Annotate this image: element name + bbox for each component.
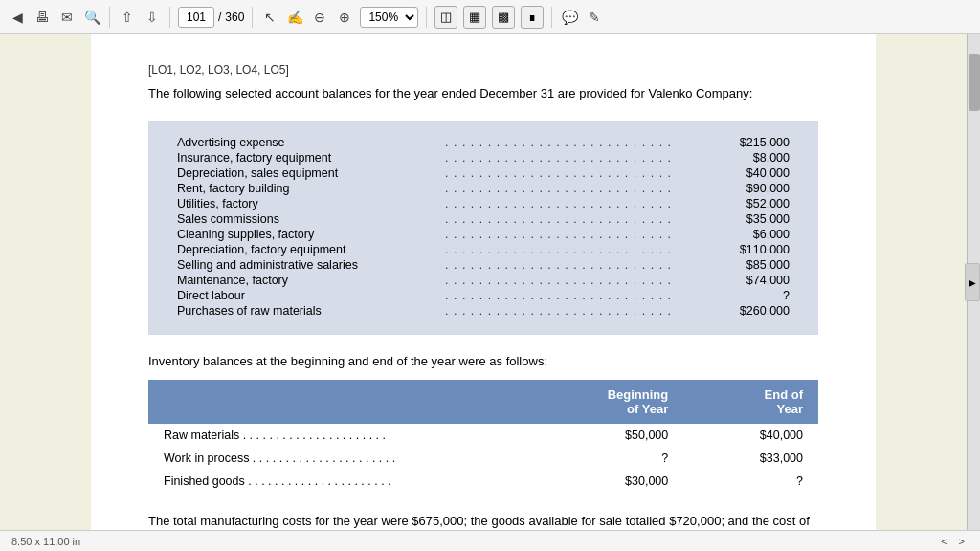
inventory-col3-header: End ofYear — [683, 380, 818, 424]
account-amount: $260,000 — [713, 304, 790, 318]
inventory-beginning: $30,000 — [517, 470, 683, 493]
inventory-item-label: Raw materials . . . . . . . . . . . . . … — [148, 424, 517, 447]
inventory-heading: Inventory balances at the beginning and … — [148, 354, 818, 368]
account-label: Rent, factory building — [177, 182, 441, 195]
separator-4 — [426, 7, 427, 28]
account-dots: . . . . . . . . . . . . . . . . . . . . … — [445, 289, 709, 302]
right-side-expand-arrow[interactable]: ▶ — [965, 263, 980, 301]
back-icon[interactable]: ◀ — [8, 8, 27, 27]
footer-text: The total manufacturing costs for the ye… — [148, 512, 818, 531]
account-amount: $52,000 — [713, 197, 790, 210]
inventory-beginning: $50,000 — [517, 424, 683, 447]
account-label: Purchases of raw materials — [177, 304, 441, 318]
bottom-nav-left[interactable]: < — [937, 536, 950, 547]
account-row: Purchases of raw materials . . . . . . .… — [177, 304, 790, 318]
account-dots: . . . . . . . . . . . . . . . . . . . . … — [445, 274, 709, 287]
account-label: Depreciation, sales equipment — [177, 166, 441, 180]
bottom-nav-right[interactable]: > — [955, 536, 969, 547]
page-number-input[interactable] — [178, 7, 214, 28]
account-dots: . . . . . . . . . . . . . . . . . . . . … — [445, 197, 709, 210]
account-label: Sales commissions — [177, 212, 441, 226]
account-row: Advertising expense . . . . . . . . . . … — [177, 136, 790, 149]
account-label: Depreciation, factory equipment — [177, 243, 441, 256]
total-pages: 360 — [225, 11, 244, 24]
account-amount: $85,000 — [713, 258, 790, 272]
bottom-bar: 8.50 x 11.00 in < > — [0, 530, 980, 551]
hand-icon[interactable]: ✍ — [285, 8, 304, 27]
account-row: Utilities, factory . . . . . . . . . . .… — [177, 197, 790, 210]
account-dots: . . . . . . . . . . . . . . . . . . . . … — [445, 212, 709, 226]
account-amount: $74,000 — [713, 274, 790, 287]
separator-5 — [551, 7, 552, 28]
account-row: Cleaning supplies, factory . . . . . . .… — [177, 228, 790, 241]
fit-page-icon[interactable]: ◫ — [434, 6, 457, 29]
account-amount: $8,000 — [713, 151, 790, 165]
page-input-group: / 360 — [178, 7, 244, 28]
account-row: Insurance, factory equipment . . . . . .… — [177, 151, 790, 165]
account-amount: $40,000 — [713, 166, 790, 180]
account-row: Selling and administrative salaries . . … — [177, 258, 790, 272]
cursor-icon[interactable]: ↖ — [260, 8, 279, 27]
accounts-table: Advertising expense . . . . . . . . . . … — [148, 121, 818, 335]
inventory-col2-header: Beginningof Year — [517, 380, 683, 424]
account-row: Rent, factory building . . . . . . . . .… — [177, 182, 790, 195]
intro-text: The following selected account balances … — [148, 84, 818, 103]
nav-down-icon[interactable]: ⇩ — [143, 8, 162, 27]
pdf-page: [LO1, LO2, LO3, LO4, LO5] The following … — [91, 34, 876, 530]
right-scrollbar[interactable]: ▶ — [967, 34, 980, 530]
nav-up-icon[interactable]: ⇧ — [118, 8, 137, 27]
email-icon[interactable]: ✉ — [57, 8, 77, 27]
thumbnail-icon[interactable]: ▩ — [492, 6, 515, 29]
spread-icon[interactable]: ▦ — [463, 6, 486, 29]
inventory-end: $40,000 — [683, 424, 818, 447]
page-size-label: 8.50 x 11.00 in — [11, 536, 80, 547]
print-icon[interactable]: 🖶 — [33, 8, 52, 27]
account-dots: . . . . . . . . . . . . . . . . . . . . … — [445, 182, 709, 195]
toolbar: ◀ 🖶 ✉ 🔍 ⇧ ⇩ / 360 ↖ ✍ ⊖ ⊕ 50% 75% 100% 1… — [0, 0, 980, 34]
scrollbar-thumb[interactable] — [969, 54, 980, 111]
account-dots: . . . . . . . . . . . . . . . . . . . . … — [445, 136, 709, 149]
search-icon[interactable]: 🔍 — [82, 8, 101, 27]
content-area: [LO1, LO2, LO3, LO4, LO5] The following … — [0, 34, 980, 530]
account-row: Direct labour . . . . . . . . . . . . . … — [177, 289, 790, 302]
inventory-row: Raw materials . . . . . . . . . . . . . … — [148, 424, 818, 447]
account-label: Advertising expense — [177, 136, 441, 149]
account-row: Sales commissions . . . . . . . . . . . … — [177, 212, 790, 226]
account-dots: . . . . . . . . . . . . . . . . . . . . … — [445, 304, 709, 318]
separator-3 — [252, 7, 253, 28]
inventory-col1-header — [148, 380, 517, 424]
account-label: Insurance, factory equipment — [177, 151, 441, 165]
account-amount: ? — [713, 289, 790, 302]
account-row: Depreciation, factory equipment . . . . … — [177, 243, 790, 256]
inventory-beginning: ? — [517, 447, 683, 470]
inventory-end: ? — [683, 470, 818, 493]
account-label: Cleaning supplies, factory — [177, 228, 441, 241]
account-row: Maintenance, factory . . . . . . . . . .… — [177, 274, 790, 287]
inventory-item-label: Finished goods . . . . . . . . . . . . .… — [148, 470, 517, 493]
account-label: Selling and administrative salaries — [177, 258, 441, 272]
inventory-item-label: Work in process . . . . . . . . . . . . … — [148, 447, 517, 470]
account-amount: $90,000 — [713, 182, 790, 195]
account-dots: . . . . . . . . . . . . . . . . . . . . … — [445, 151, 709, 165]
account-amount: $110,000 — [713, 243, 790, 256]
account-amount: $35,000 — [713, 212, 790, 226]
edit-icon[interactable]: ✎ — [585, 8, 604, 27]
inventory-row: Finished goods . . . . . . . . . . . . .… — [148, 470, 818, 493]
account-dots: . . . . . . . . . . . . . . . . . . . . … — [445, 228, 709, 241]
inventory-table: Beginningof Year End ofYear Raw material… — [148, 380, 818, 493]
zoom-select[interactable]: 50% 75% 100% 125% 150% 175% 200% — [360, 7, 418, 28]
account-amount: $215,000 — [713, 136, 790, 149]
comment-icon[interactable]: 💬 — [560, 8, 579, 27]
account-dots: . . . . . . . . . . . . . . . . . . . . … — [445, 166, 709, 180]
page-separator: / — [218, 11, 221, 24]
grid-icon[interactable]: ∎ — [521, 6, 544, 29]
account-amount: $6,000 — [713, 228, 790, 241]
header-note: [LO1, LO2, LO3, LO4, LO5] — [148, 63, 818, 77]
zoom-in-icon[interactable]: ⊕ — [335, 8, 354, 27]
page-container[interactable]: [LO1, LO2, LO3, LO4, LO5] The following … — [0, 34, 967, 530]
account-dots: . . . . . . . . . . . . . . . . . . . . … — [445, 258, 709, 272]
zoom-out-icon[interactable]: ⊖ — [310, 8, 329, 27]
separator-2 — [169, 7, 170, 28]
account-dots: . . . . . . . . . . . . . . . . . . . . … — [445, 243, 709, 256]
inventory-end: $33,000 — [683, 447, 818, 470]
